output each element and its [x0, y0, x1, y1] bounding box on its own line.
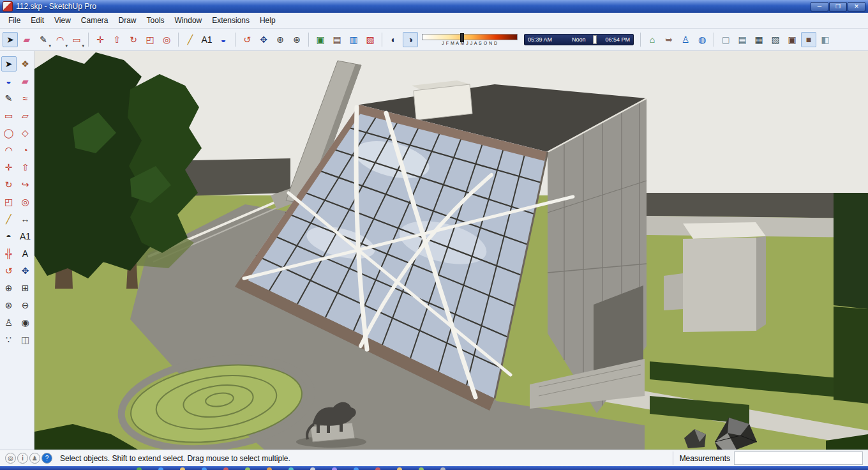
section-plane-tool-icon[interactable]: ◫: [18, 332, 33, 347]
style-back-edges-icon[interactable]: ▤: [735, 32, 750, 47]
style-shaded-icon[interactable]: ▣: [784, 32, 800, 47]
rotate-tool-icon[interactable]: ↻: [1, 177, 17, 192]
scale-tool-icon[interactable]: ◰: [142, 32, 158, 47]
walk-tool-icon[interactable]: ∵: [1, 332, 17, 347]
select-tool-icon[interactable]: ➤: [1, 56, 17, 72]
dimension-tool-icon[interactable]: ↔: [18, 211, 33, 227]
measurements-input[interactable]: [734, 451, 863, 465]
shadow-settings-icon[interactable]: ◐: [386, 32, 401, 47]
offset-tool-icon[interactable]: ◎: [18, 194, 33, 209]
line-tool-icon[interactable]: ✎: [1, 91, 17, 106]
orbit-tool-icon[interactable]: ↺: [1, 263, 17, 278]
pan-tool-icon[interactable]: ✥: [256, 32, 271, 47]
taskbar-app-icon[interactable]: [180, 467, 185, 470]
menu-help[interactable]: Help: [255, 14, 280, 27]
menu-draw[interactable]: Draw: [114, 14, 141, 27]
shadow-date-slider[interactable]: J F M A M J J A S O N D: [422, 31, 518, 48]
taskbar-app-icon[interactable]: [158, 467, 163, 470]
maximize-button[interactable]: ❐: [829, 2, 847, 11]
start-button[interactable]: [137, 467, 142, 470]
pie-tool-icon[interactable]: ◔: [18, 142, 33, 158]
zoom-extents-tool-icon[interactable]: ⊛: [1, 298, 17, 313]
menu-camera[interactable]: Camera: [77, 14, 113, 27]
freehand-tool-icon[interactable]: ≈: [18, 91, 33, 106]
eraser-tool-icon[interactable]: ▰: [18, 73, 33, 89]
taskbar-app-icon[interactable]: [202, 467, 207, 470]
taskbar-app-icon[interactable]: [267, 467, 272, 470]
rotated-rectangle-tool-icon[interactable]: ▱: [18, 108, 33, 123]
geolocation-status-icon[interactable]: ◎: [5, 453, 16, 464]
windows-taskbar[interactable]: [0, 466, 868, 470]
geolocation-globe-icon[interactable]: ◍: [694, 32, 710, 47]
match-photo-icon[interactable]: ▧: [363, 32, 378, 47]
paint-bucket-tool-icon[interactable]: ◒: [1, 73, 17, 89]
push-pull-tool-icon[interactable]: ⇧: [18, 160, 33, 175]
3d-warehouse-icon[interactable]: ⌂: [645, 32, 660, 47]
close-button[interactable]: ✕: [848, 2, 865, 11]
axes-tool-icon[interactable]: ╬: [1, 246, 17, 261]
model-viewport[interactable]: [34, 51, 868, 450]
text-tool-icon[interactable]: A1: [199, 32, 214, 47]
share-model-icon[interactable]: ➥: [661, 32, 677, 47]
move-tool-icon[interactable]: ✛: [1, 160, 17, 175]
taskbar-app-icon[interactable]: [332, 467, 337, 470]
orbit-tool-icon[interactable]: ↺: [239, 32, 255, 47]
paint-bucket-tool-icon[interactable]: ◒: [216, 32, 231, 47]
taskbar-app-icon[interactable]: [354, 467, 359, 470]
help-status-icon[interactable]: ?: [41, 453, 52, 464]
menu-view[interactable]: View: [50, 14, 75, 27]
style-shaded-textures-icon[interactable]: ■: [801, 32, 816, 47]
style-xray-icon[interactable]: ▢: [718, 32, 733, 47]
zoom-previous-tool-icon[interactable]: ⊖: [18, 298, 33, 313]
style-wireframe-icon[interactable]: ▦: [751, 32, 767, 47]
taskbar-app-icon[interactable]: [288, 467, 294, 470]
rotate-tool-icon[interactable]: ↻: [126, 32, 141, 47]
circle-tool-icon[interactable]: ◯: [1, 125, 17, 140]
make-component-icon[interactable]: ❖: [18, 56, 33, 72]
menu-file[interactable]: File: [4, 14, 25, 27]
menu-extensions[interactable]: Extensions: [207, 14, 254, 27]
menu-tools[interactable]: Tools: [142, 14, 169, 27]
move-tool-icon[interactable]: ✛: [93, 32, 108, 47]
menu-edit[interactable]: Edit: [26, 14, 49, 27]
add-location-icon[interactable]: ▣: [313, 32, 328, 47]
taskbar-app-icon[interactable]: [310, 467, 315, 470]
taskbar-app-icon[interactable]: [245, 467, 250, 470]
look-around-tool-icon[interactable]: ◉: [18, 315, 33, 330]
time-slider-handle[interactable]: [593, 35, 597, 44]
rectangle-tool-icon[interactable]: ▭▾: [69, 32, 84, 47]
polygon-tool-icon[interactable]: ◇: [18, 125, 33, 140]
signin-status-icon[interactable]: ♟: [29, 453, 40, 464]
scale-figure-icon[interactable]: ♙: [678, 32, 693, 47]
credits-status-icon[interactable]: i: [17, 453, 28, 464]
minimize-button[interactable]: ─: [811, 2, 828, 11]
taskbar-app-icon[interactable]: [419, 467, 424, 470]
taskbar-app-icon[interactable]: [375, 467, 380, 470]
push-pull-tool-icon[interactable]: ⇧: [109, 32, 124, 47]
position-camera-tool-icon[interactable]: ♙: [1, 315, 17, 330]
line-tool-icon[interactable]: ✎▾: [36, 32, 51, 47]
taskbar-app-icon[interactable]: [223, 467, 228, 470]
taskbar-app-icon[interactable]: [440, 467, 445, 470]
text-tool-icon[interactable]: A1: [18, 229, 33, 244]
eraser-tool-icon[interactable]: ▰: [19, 32, 34, 47]
arc-tool-icon[interactable]: ◠: [1, 142, 17, 158]
zoom-tool-icon[interactable]: ⊕: [273, 32, 288, 47]
3d-text-tool-icon[interactable]: A: [18, 246, 33, 261]
taskbar-app-icon[interactable]: [397, 467, 402, 470]
menu-window[interactable]: Window: [170, 14, 207, 27]
scale-tool-icon[interactable]: ◰: [1, 194, 17, 209]
style-monochrome-icon[interactable]: ◧: [818, 32, 833, 47]
photo-textures-icon[interactable]: ▥: [346, 32, 361, 47]
zoom-tool-icon[interactable]: ⊕: [1, 280, 17, 296]
shadow-time-slider[interactable]: 05:39 AM Noon 06:54 PM: [524, 34, 634, 45]
style-hidden-line-icon[interactable]: ▧: [768, 32, 783, 47]
rectangle-tool-icon[interactable]: ▭: [1, 108, 17, 123]
arc-tool-icon[interactable]: ◠▾: [52, 32, 68, 47]
follow-me-tool-icon[interactable]: ↪: [18, 177, 33, 192]
zoom-window-tool-icon[interactable]: ⊞: [18, 280, 33, 296]
offset-tool-icon[interactable]: ◎: [159, 32, 174, 47]
toggle-shadows-icon[interactable]: ◑: [403, 32, 418, 47]
protractor-tool-icon[interactable]: ◓: [1, 229, 17, 244]
select-tool-icon[interactable]: ➤: [3, 32, 18, 47]
